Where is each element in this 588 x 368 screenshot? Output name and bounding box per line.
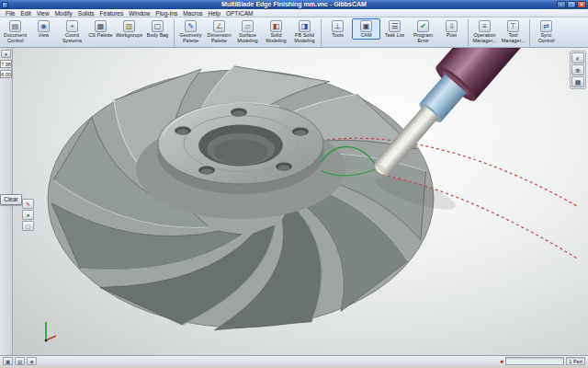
tools-icon: ⊥ xyxy=(332,20,344,32)
menu-bar: File Edit View Modify Solids Features Wi… xyxy=(0,9,588,17)
geometry-palette-icon: ✎ xyxy=(185,20,197,32)
viewport-3d[interactable]: ◐ ⊕ ▦ xyxy=(13,48,588,355)
menu-edit[interactable]: Edit xyxy=(17,9,33,17)
toolbar-button-operation-manager[interactable]: ≡Operation Manager... xyxy=(470,18,499,45)
axis-triad xyxy=(45,322,57,342)
toolbar-label: Dimension Palette xyxy=(206,33,232,44)
toolbar-separator xyxy=(321,19,322,46)
close-button[interactable]: ✕ xyxy=(577,1,586,8)
menu-solids[interactable]: Solids xyxy=(75,9,97,17)
view-icon: ◉ xyxy=(38,20,50,32)
document-control-icon: ▤ xyxy=(9,20,21,32)
toolbar-label: Solid Modeling xyxy=(263,33,289,44)
toolbar-label: Tool Manager... xyxy=(500,33,526,44)
toolbar-label: Coord Systems xyxy=(59,33,85,44)
clear-button[interactable]: Clear xyxy=(0,194,22,205)
toolbar-button-fb-solid-modeling[interactable]: ◨FB Solid Modeling xyxy=(290,18,319,45)
operation-manager-icon: ≡ xyxy=(479,20,491,32)
menu-modify[interactable]: Modify xyxy=(52,9,75,17)
toolbar-label: Geometry Palette xyxy=(177,33,204,44)
toolbar-label: Program Error Checker xyxy=(410,33,436,44)
menu-file[interactable]: File xyxy=(3,9,17,17)
toolbar-button-geometry-palette[interactable]: ✎Geometry Palette xyxy=(176,18,205,45)
maximize-button[interactable]: ❐ xyxy=(567,1,576,8)
surface-modeling-icon: ▱ xyxy=(242,20,254,32)
marker-red-icon[interactable]: ✎ xyxy=(22,199,34,209)
toolbar-button-surface-modeling[interactable]: ▱Surface Modeling xyxy=(233,18,262,45)
toolbar-button-view[interactable]: ◉View xyxy=(29,18,58,40)
coord-systems-icon: + xyxy=(66,20,78,32)
marker-gray-icon[interactable]: ▢ xyxy=(22,221,34,231)
toolbar-button-body-bag[interactable]: ▢Body Bag xyxy=(143,18,172,40)
sidebar-value-top[interactable]: 7.98 xyxy=(0,60,12,68)
toolbar-button-cs-palette[interactable]: ▦CS Palette xyxy=(86,18,115,40)
toolbar-label: Operation Manager... xyxy=(471,33,498,44)
status-icon-1[interactable]: ▣ xyxy=(3,357,13,365)
workgroup-palette: ✎ ● ▢ xyxy=(22,199,34,231)
toolbar-label: FB Solid Modeling xyxy=(291,33,318,44)
task-list-icon: ☰ xyxy=(389,20,401,32)
zoom-icon[interactable]: ◐ xyxy=(571,52,584,63)
toolbar-button-tools[interactable]: ⊥Tools xyxy=(323,18,352,40)
workgroups-icon: ▥ xyxy=(123,20,135,32)
menu-window[interactable]: Window xyxy=(126,9,153,17)
cam-icon: ▣ xyxy=(360,20,372,32)
stop-icon: ● xyxy=(500,357,503,365)
part-count-label: 1 Part xyxy=(566,357,585,365)
toolbar-separator xyxy=(529,19,530,46)
toolbar-label: CAM xyxy=(360,33,371,39)
cs-palette-icon: ▦ xyxy=(95,20,107,32)
sidebar-value-bottom[interactable]: 6.00 xyxy=(0,70,12,78)
solid-modeling-icon: ◧ xyxy=(270,20,282,32)
menu-features[interactable]: Features xyxy=(97,9,127,17)
toolbar-label: Surface Modeling xyxy=(234,33,261,44)
sidebar-mini-button[interactable]: ▾ xyxy=(1,50,11,58)
toolbar-button-coord-systems[interactable]: +Coord Systems xyxy=(58,18,86,45)
menu-help[interactable]: Help xyxy=(206,9,223,17)
toolbar-button-tool-manager[interactable]: ⊤Tool Manager... xyxy=(499,18,527,45)
status-bar: ▣ ▤ ◈ ● 1 Part xyxy=(0,355,588,366)
toolbar-button-post[interactable]: ⇩Post xyxy=(437,18,466,40)
toolbar-label: Document Control xyxy=(2,33,28,44)
toolbar-label: Tools xyxy=(332,33,344,39)
toolbar-label: Post xyxy=(447,33,457,39)
toolbar-button-sync-control[interactable]: ⇄Sync Control Part Station xyxy=(532,18,560,45)
minimize-button[interactable]: – xyxy=(557,1,566,8)
program-error-checker-icon: ✔ xyxy=(417,20,429,32)
status-field xyxy=(505,357,564,365)
rotate-icon[interactable]: ⊕ xyxy=(571,64,584,75)
main-area: ▾ 7.98 6.00 Clear ✎ ● ▢ xyxy=(0,48,588,355)
toolbar-button-dimension-palette[interactable]: ∠Dimension Palette xyxy=(205,18,233,45)
menu-macros[interactable]: Macros xyxy=(180,9,205,17)
fb-solid-modeling-icon: ◨ xyxy=(299,20,311,32)
toolbar-button-task-list[interactable]: ☰Task List xyxy=(380,18,409,40)
marker-green-icon[interactable]: ● xyxy=(22,210,34,220)
toolbar-separator xyxy=(468,19,469,46)
status-icon-2[interactable]: ▤ xyxy=(15,357,25,365)
toolbar-label: Body Bag xyxy=(147,33,169,39)
scene-3d xyxy=(13,48,587,355)
title-bar: MultiBlade Edge Finishing mm.vnc - Gibbs… xyxy=(0,0,588,9)
main-toolbar: ▤Document Control ◉View +Coord Systems ▦… xyxy=(0,17,588,48)
toolbar-button-program-error-checker[interactable]: ✔Program Error Checker xyxy=(409,18,437,45)
menu-view[interactable]: View xyxy=(34,9,52,17)
toolbar-label: View xyxy=(39,33,50,39)
window-title: MultiBlade Edge Finishing mm.vnc - Gibbs… xyxy=(0,0,588,9)
toolbar-label: Workgroups xyxy=(116,33,143,39)
menu-plugins[interactable]: Plug-Ins xyxy=(153,9,180,17)
body-bag-icon: ▢ xyxy=(152,20,164,32)
grid-icon[interactable]: ▦ xyxy=(571,76,584,87)
impeller-model xyxy=(48,66,434,330)
sync-control-icon: ⇄ xyxy=(540,20,552,32)
toolbar-button-document-control[interactable]: ▤Document Control xyxy=(1,18,29,45)
toolbar-button-solid-modeling[interactable]: ◧Solid Modeling xyxy=(262,18,290,45)
toolbar-button-workgroups[interactable]: ▥Workgroups xyxy=(115,18,143,40)
toolbar-label: Sync Control Part Station xyxy=(533,33,560,44)
menu-opticam[interactable]: OPTICAM xyxy=(223,9,256,17)
dimension-palette-icon: ∠ xyxy=(213,20,225,32)
toolbar-button-cam[interactable]: ▣CAM xyxy=(352,18,380,40)
status-icon-3[interactable]: ◈ xyxy=(27,357,37,365)
toolbar-label: Task List xyxy=(385,33,404,39)
toolbar-separator xyxy=(174,19,175,46)
post-icon: ⇩ xyxy=(446,20,458,32)
